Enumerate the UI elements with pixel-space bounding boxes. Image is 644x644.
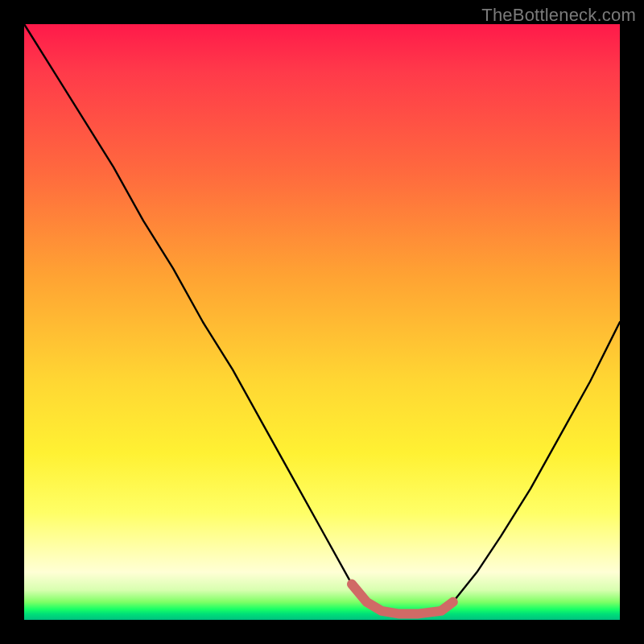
gradient-plot-area xyxy=(24,24,620,620)
watermark-text: TheBottleneck.com xyxy=(481,5,636,26)
optimal-range-marker xyxy=(24,24,620,620)
chart-frame: TheBottleneck.com xyxy=(0,0,644,644)
